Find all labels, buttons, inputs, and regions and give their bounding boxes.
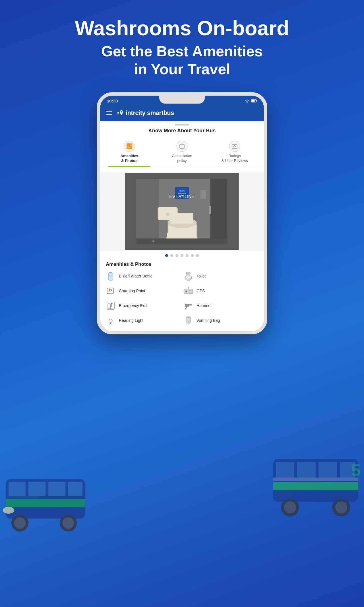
svg-point-52 [166,213,169,216]
tab-cancellation-label: Cancellationpolicy [172,154,192,163]
svg-point-34 [177,141,187,152]
reading-light-label: Reading Light [119,318,143,323]
svg-text:5: 5 [351,461,361,480]
tab-ratings-label: Ratings& User Reviews [222,154,248,163]
svg-line-83 [111,306,112,307]
svg-rect-1 [6,479,85,519]
amenity-vomiting-bag: Vomiting Bag [183,316,258,325]
svg-point-21 [332,498,350,517]
svg-point-61 [152,240,155,242]
tab-amenities-label: Amenities& Photos [121,154,138,163]
svg-rect-85 [108,304,110,309]
svg-line-93 [112,318,113,318]
status-time: 10:30 [107,98,118,103]
phone-frame: 10:30 [97,92,267,334]
phone-notch [159,96,205,104]
svg-rect-88 [189,304,192,305]
amenity-gps: GPS [183,286,258,296]
logo-pin-icon [117,109,125,117]
svg-point-41 [234,145,235,146]
charging-point-label: Charging Point [119,289,145,293]
svg-rect-5 [68,482,82,496]
hammer-label: Hammer [197,303,212,308]
hero-title: Washrooms On-board [75,17,289,40]
svg-point-11 [3,507,14,514]
tab-amenities[interactable]: 📶 Amenities& Photos [103,138,156,167]
carousel-dots [100,254,264,257]
water-bottle-label: Bisleri Water Bottle [119,274,153,278]
svg-rect-45 [210,179,228,238]
amenity-charging-point: Charging Point [106,286,181,296]
svg-line-89 [185,306,187,309]
amenities-grid: Bisleri Water Bottle Toilet [106,271,258,325]
hammer-icon [183,301,193,310]
svg-point-80 [111,303,113,304]
svg-point-30 [121,111,122,112]
tabs-container: 📶 Amenities& Photos Cancellationpolicy [100,138,264,167]
vomiting-bag-label: Vomiting Bag [197,318,220,323]
amenity-emergency-exit: Emergency Exit [106,301,181,310]
dot-1[interactable] [165,254,168,257]
amenity-hammer: Hammer [183,301,258,310]
dot-4[interactable] [181,254,183,257]
vomiting-bag-icon [183,316,193,325]
svg-rect-59 [200,190,206,199]
drag-handle [100,121,264,128]
svg-point-76 [186,291,187,292]
dot-5[interactable] [186,254,189,257]
svg-point-8 [14,517,26,529]
cancellation-icon [176,141,188,152]
hero-subtitle: Get the Best Amenities in Your Travel [75,42,289,78]
svg-text:📶: 📶 [126,143,133,149]
section-title: Know More About Your Bus [100,128,264,134]
svg-rect-14 [297,462,316,478]
battery-icon [251,99,257,102]
tab-ratings[interactable]: Ratings& User Reviews [208,138,261,167]
toilet-icon [183,271,193,281]
dot-2[interactable] [170,254,173,257]
app-header: intrcity smartbus [100,105,264,121]
dot-7[interactable] [196,254,199,257]
svg-rect-12 [273,459,358,502]
ratings-icon [229,141,240,152]
emergency-exit-label: Emergency Exit [119,303,147,308]
svg-rect-6 [6,499,85,507]
toilet-label: Toilet [197,274,206,278]
svg-rect-69 [107,288,113,294]
water-bottle-icon [106,271,115,281]
amenities-section: Amenities & Photos Bisleri Water Bottle [100,262,264,325]
svg-line-94 [108,318,109,318]
svg-rect-2 [9,482,26,496]
image-carousel[interactable]: A CLEAN WASHROOM MAKES EVERYONE [100,172,264,251]
svg-point-20 [284,501,296,513]
hamburger-menu-button[interactable] [106,111,112,115]
svg-point-19 [281,498,299,517]
amenities-section-title: Amenities & Photos [106,262,258,267]
logo-text: intrcity smartbus [126,109,174,117]
phone-mockup: 10:30 [97,92,267,334]
dot-6[interactable] [191,254,194,257]
svg-rect-64 [109,275,112,277]
wifi-amenities-icon: 📶 [124,141,135,152]
svg-text:A CLEAN: A CLEAN [179,190,185,192]
gps-icon [183,286,193,296]
svg-rect-18 [273,478,358,481]
svg-rect-16 [340,462,355,478]
svg-point-10 [63,517,74,529]
tab-cancellation[interactable]: Cancellationpolicy [156,138,208,167]
svg-rect-46 [209,206,211,214]
emergency-exit-icon [106,301,115,310]
washroom-image: A CLEAN WASHROOM MAKES EVERYONE [104,173,260,250]
svg-text:EVERYONE: EVERYONE [169,194,195,199]
svg-rect-25 [257,100,257,102]
svg-rect-65 [186,272,190,274]
svg-point-67 [185,275,191,279]
svg-marker-31 [121,114,122,115]
svg-rect-44 [136,179,159,238]
dot-3[interactable] [175,254,178,257]
svg-point-7 [11,515,28,532]
app-logo: intrcity smartbus [117,109,174,117]
charging-point-icon [106,286,115,296]
svg-line-84 [111,305,112,305]
reading-light-icon [106,316,115,325]
